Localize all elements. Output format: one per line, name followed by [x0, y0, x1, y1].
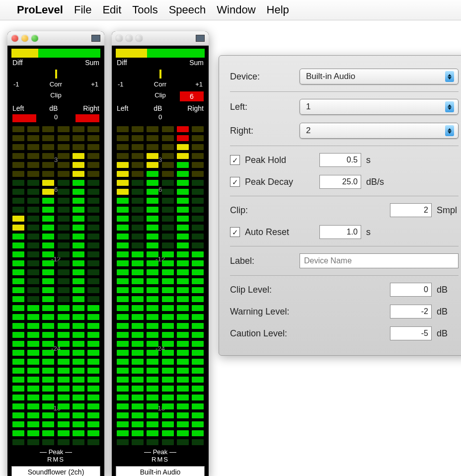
device-select-value: Built-in Audio: [306, 72, 355, 81]
meter-window: DiffSum-1Corr+1ClipLeftdBRight036-12-24-…: [7, 31, 104, 476]
meter-column: [177, 126, 189, 444]
clip-level-input[interactable]: 0: [390, 283, 432, 297]
peak-hold-label: Peak Hold: [245, 155, 314, 165]
correlation-indicator: [55, 70, 57, 79]
meter-column: [132, 126, 144, 444]
auto-reset-unit: s: [366, 227, 388, 238]
window-minimize-button[interactable]: [126, 35, 133, 42]
meter-window: DiffSum-1Corr+1Clip6LeftdBRight036-12-24…: [112, 31, 209, 476]
menu-help[interactable]: Help: [267, 3, 289, 16]
clip-label: Clip: [11, 91, 100, 99]
meter-device-label[interactable]: Soundflower (2ch): [11, 466, 100, 476]
select-arrows-icon: [445, 125, 454, 136]
device-select[interactable]: Built-in Audio: [300, 69, 459, 84]
corr-label: Corr: [11, 80, 100, 88]
peak-decay-checkbox[interactable]: ✓: [230, 177, 240, 187]
meter-column: [162, 126, 174, 444]
device-label: Device:: [230, 72, 295, 82]
window-proxy-icon: [91, 35, 100, 42]
select-arrows-icon: [445, 101, 454, 112]
left-over-indicator[interactable]: [12, 114, 36, 122]
peak-decay-unit: dB/s: [366, 177, 388, 187]
left-column-label: Left: [12, 104, 24, 112]
corr-plus-label: +1: [195, 80, 203, 88]
clip-level-label: Clip Level:: [230, 285, 314, 295]
meter-column: [42, 126, 54, 444]
menu-speech[interactable]: Speech: [169, 3, 206, 16]
window-close-button[interactable]: [11, 35, 18, 42]
meter-column: [117, 126, 129, 444]
clip-label: Clip:: [230, 205, 295, 216]
label-field-label: Label:: [230, 256, 295, 266]
meter-column: [192, 126, 204, 444]
right-channel-value: 2: [306, 126, 310, 136]
clip-indicator-row: Clip: [11, 91, 100, 103]
left-channel-label: Left:: [230, 102, 295, 112]
clip-unit: Smpl: [437, 205, 459, 216]
meter-column: [73, 126, 84, 444]
peak-decay-input[interactable]: 25.0: [319, 175, 361, 189]
window-zoom-button[interactable]: [136, 35, 143, 42]
window-titlebar[interactable]: [7, 31, 104, 46]
right-channel-select[interactable]: 2: [300, 123, 459, 139]
window-titlebar[interactable]: [112, 31, 209, 46]
zero-db-label: 0: [116, 113, 205, 121]
auto-reset-input[interactable]: 1.0: [319, 225, 361, 239]
app-menu[interactable]: ProLevel: [17, 3, 63, 16]
corr-label: Corr: [116, 80, 205, 88]
label-input[interactable]: Device Name: [300, 253, 459, 268]
meter-column: [12, 126, 24, 444]
window-proxy-icon: [196, 35, 205, 42]
peak-rms-legend: PeakRMS: [11, 448, 100, 463]
clip-level-unit: dB: [437, 285, 459, 295]
left-column-label: Left: [117, 104, 128, 112]
corr-plus-label: +1: [91, 80, 98, 88]
peak-hold-unit: s: [366, 155, 388, 165]
menu-file[interactable]: File: [74, 3, 91, 16]
db-label: dB: [24, 104, 83, 112]
meter-column: [87, 126, 99, 444]
window-zoom-button[interactable]: [31, 35, 38, 42]
caution-level-label: Caution Level:: [230, 328, 314, 339]
right-column-label: Right: [187, 104, 204, 112]
caution-level-input[interactable]: -5: [390, 326, 432, 340]
auto-reset-checkbox[interactable]: ✓: [230, 227, 240, 237]
correlation-indicator: [159, 70, 161, 79]
clip-count-right[interactable]: 6: [180, 91, 204, 101]
select-arrows-icon: [445, 71, 454, 82]
diff-sum-meter: [116, 49, 205, 58]
right-over-indicator[interactable]: [76, 114, 99, 122]
peak-decay-label: Peak Decay: [245, 177, 314, 187]
menu-tools[interactable]: Tools: [132, 3, 157, 16]
window-minimize-button[interactable]: [21, 35, 28, 42]
level-meter: 36-12-24-18: [11, 126, 100, 444]
peak-hold-checkbox[interactable]: ✓: [230, 155, 240, 165]
menu-window[interactable]: Window: [217, 3, 255, 16]
level-meter: 36-12-24-18: [116, 126, 205, 444]
auto-reset-label: Auto Reset: [245, 227, 314, 238]
peak-rms-legend: PeakRMS: [116, 448, 205, 463]
meter-column: [27, 126, 39, 444]
window-close-button[interactable]: [116, 35, 123, 42]
sum-label: Sum: [85, 59, 99, 67]
sum-label: Sum: [189, 59, 204, 67]
warning-level-input[interactable]: -2: [390, 305, 432, 318]
menu-bar: ProLevel File Edit Tools Speech Window H…: [0, 0, 461, 20]
warning-level-label: Warning Level:: [230, 307, 314, 317]
menu-edit[interactable]: Edit: [102, 3, 121, 16]
settings-panel: Device: Built-in Audio Left: 1 Right: 2 …: [219, 55, 461, 356]
meter-column: [58, 126, 70, 444]
right-channel-label: Right:: [230, 126, 295, 136]
left-channel-value: 1: [306, 102, 310, 112]
caution-level-unit: dB: [437, 328, 459, 339]
warning-level-unit: dB: [437, 307, 459, 317]
clip-input[interactable]: 2: [390, 203, 432, 217]
peak-hold-input[interactable]: 0.5: [319, 153, 361, 167]
diff-label: Diff: [12, 59, 23, 67]
left-channel-select[interactable]: 1: [300, 99, 459, 115]
meter-column: [147, 126, 158, 444]
meter-device-label[interactable]: Built-in Audio: [116, 466, 205, 476]
clip-indicator-row: Clip6: [116, 91, 205, 103]
diff-sum-meter: [11, 49, 100, 58]
right-column-label: Right: [83, 104, 99, 112]
